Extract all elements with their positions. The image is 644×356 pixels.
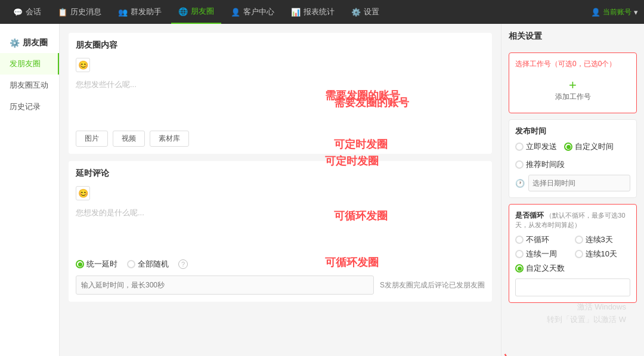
emoji-button[interactable]: 😊 xyxy=(76,58,90,72)
workorder-box: 选择工作号（可选0，已选0个） + 添加工作号 xyxy=(509,52,637,113)
radio-custom-time xyxy=(564,143,572,151)
radio-unified xyxy=(76,260,84,268)
delay-hint-text: S发朋友圈完成后评论已发朋友圈 xyxy=(380,280,485,290)
user-icon: 👤 xyxy=(591,8,600,17)
option-unified-delay[interactable]: 统一延时 xyxy=(76,259,117,270)
radio-no-loop xyxy=(515,236,524,244)
content-text-area[interactable]: 您想发些什么呢... xyxy=(76,77,485,125)
content-section-title: 朋友圈内容 xyxy=(76,40,485,51)
plus-icon: + xyxy=(569,79,577,92)
delay-time-input[interactable] xyxy=(76,275,374,295)
help-icon[interactable]: ? xyxy=(178,259,188,269)
radio-random xyxy=(127,260,135,268)
radio-now xyxy=(515,143,524,151)
moments-content-section: 朋友圈内容 😊 您想发些什么呢... 图片 视频 素材库 xyxy=(69,33,492,154)
cycle-options-grid: 不循环 连续3天 连续一周 连续10天 自定义天数 xyxy=(515,234,630,274)
send-time-box: 发布时间 立即发送 自定义时间 推荐时间段 🕐 xyxy=(509,119,637,198)
radio-3days xyxy=(575,236,583,244)
add-workorder-btn[interactable]: + 添加工作号 xyxy=(515,74,630,107)
workorder-label: 选择工作号（可选0，已选0个） xyxy=(515,59,630,69)
annotation-schedule: 可定时发圈 xyxy=(325,154,379,168)
nav-stats[interactable]: 📊 报表统计 xyxy=(284,0,342,24)
delay-comment-section: 延时评论 😊 您想发的是什么呢... 统一延时 全部随机 ? S发朋友圈完成后评… xyxy=(69,161,492,302)
send-time-title: 发布时间 xyxy=(515,126,630,137)
option-random-delay[interactable]: 全部随机 xyxy=(127,259,169,270)
windows-watermark: 激活 Windows转到「设置」以激活 W xyxy=(547,301,626,326)
tab-image[interactable]: 图片 xyxy=(76,131,108,147)
nav-settings[interactable]: ⚙️ 设置 xyxy=(344,0,386,24)
main-content: 朋友圈内容 😊 您想发些什么呢... 图片 视频 素材库 延时评论 😊 您想发的… xyxy=(60,24,501,356)
nav-history[interactable]: 📋 历史消息 xyxy=(51,0,109,24)
stats-icon: 📊 xyxy=(291,8,301,17)
sidebar-item-interact[interactable]: 朋友圈互动 xyxy=(0,75,59,96)
user-menu[interactable]: 👤 当前账号 ▾ xyxy=(591,7,638,17)
radio-recommend xyxy=(515,160,524,169)
tab-video[interactable]: 视频 xyxy=(113,131,145,147)
cycle-title: 是否循环 （默认不循环，最多可选30天，从发布时间算起） xyxy=(515,210,630,230)
time-picker-input[interactable] xyxy=(528,175,630,191)
customer-icon: 👤 xyxy=(231,8,240,17)
option-custom-days[interactable]: 自定义天数 xyxy=(515,263,630,274)
sidebar-title-icon: ⚙️ xyxy=(10,38,20,48)
option-send-now[interactable]: 立即发送 xyxy=(515,141,557,152)
option-recommend-time[interactable]: 推荐时间段 xyxy=(515,159,565,170)
delay-text-area[interactable]: 您想发的是什么呢... xyxy=(76,205,485,253)
annotation-loop: 可循环发圈 xyxy=(325,255,379,270)
custom-days-input[interactable]: 5 xyxy=(515,278,630,296)
group-icon: 👥 xyxy=(118,8,128,17)
add-workorder-label: 添加工作号 xyxy=(555,92,591,102)
dropdown-icon: ▾ xyxy=(634,8,638,17)
annotation-account: 需要发圈的账号 xyxy=(325,88,400,103)
option-10days[interactable]: 连续10天 xyxy=(575,249,631,259)
radio-custom-days xyxy=(515,264,524,273)
sidebar-item-history[interactable]: 历史记录 xyxy=(0,96,59,117)
delay-input-row: S发朋友圈完成后评论已发朋友圈 xyxy=(76,275,485,295)
topnav-right: 👤 当前账号 ▾ xyxy=(591,7,638,17)
nav-moments[interactable]: 🌐 朋友圈 xyxy=(171,0,221,24)
moments-icon: 🌐 xyxy=(178,7,188,16)
clock-icon: 🕐 xyxy=(515,179,525,188)
delay-section-title: 延时评论 xyxy=(76,168,485,179)
time-input-row: 🕐 xyxy=(515,175,630,191)
cycle-box: 是否循环 （默认不循环，最多可选30天，从发布时间算起） 不循环 连续3天 连续… xyxy=(509,204,637,303)
sidebar-item-post[interactable]: 发朋友圈 xyxy=(0,53,59,75)
option-1week[interactable]: 连续一周 xyxy=(515,249,571,259)
sidebar-title: ⚙️ 朋友圈 xyxy=(0,33,59,53)
option-custom-time[interactable]: 自定义时间 xyxy=(564,141,614,152)
radio-1week xyxy=(515,250,524,258)
time-options-row: 立即发送 自定义时间 推荐时间段 xyxy=(515,141,630,170)
media-tabs: 图片 视频 素材库 xyxy=(76,131,485,147)
settings-icon: ⚙️ xyxy=(351,8,361,17)
radio-10days xyxy=(575,250,583,258)
sidebar: ⚙️ 朋友圈 发朋友圈 朋友圈互动 历史记录 xyxy=(0,24,60,356)
option-no-loop[interactable]: 不循环 xyxy=(515,234,571,245)
tab-material[interactable]: 素材库 xyxy=(150,131,189,147)
history-icon: 📋 xyxy=(58,8,67,17)
nav-customer[interactable]: 👤 客户中心 xyxy=(224,0,281,24)
delay-emoji-button[interactable]: 😊 xyxy=(76,186,90,200)
nav-group[interactable]: 👥 群发助手 xyxy=(111,0,169,24)
delay-options-row: 统一延时 全部随机 ? xyxy=(76,259,485,270)
panel-title: 相关设置 xyxy=(509,31,637,42)
nav-chat[interactable]: 💬 会话 xyxy=(6,0,48,24)
top-navigation: 💬 会话 📋 历史消息 👥 群发助手 🌐 朋友圈 👤 客户中心 📊 报表统计 ⚙… xyxy=(0,0,644,24)
option-3days[interactable]: 连续3天 xyxy=(575,234,631,245)
chat-icon: 💬 xyxy=(13,8,23,17)
